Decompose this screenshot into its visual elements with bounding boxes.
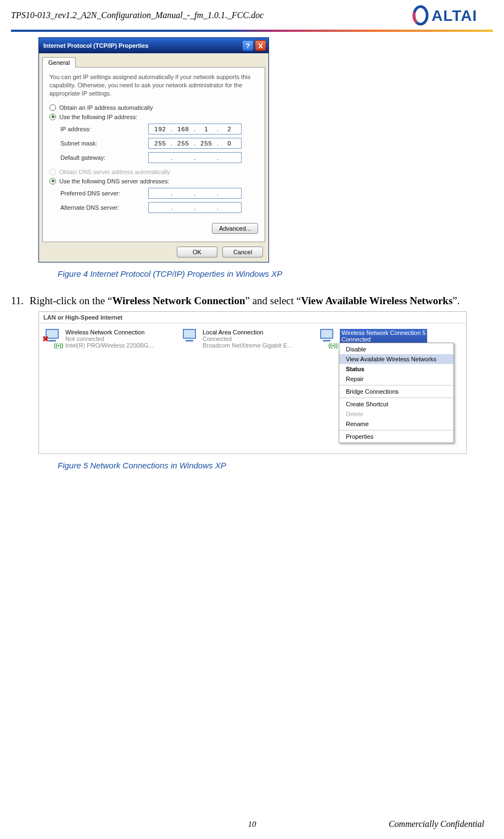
radio-obtain-ip-auto[interactable]: [49, 104, 56, 111]
figure-4-caption: Figure 4 Internet Protocol (TCP/IP) Prop…: [58, 269, 493, 278]
connection-adapter: Intel(R) PRO/Wireless 2200BG...: [65, 342, 154, 349]
connection-title: Local Area Connection: [203, 329, 292, 335]
context-menu-item[interactable]: Properties: [339, 432, 453, 441]
instr-text: ”.: [452, 295, 460, 306]
close-button[interactable]: X: [255, 40, 266, 51]
instr-bold: Wireless Network Connection: [112, 295, 245, 306]
context-menu-item[interactable]: Rename: [339, 419, 453, 429]
network-connections-window: LAN or High-Speed Internet ((•))✖Wireles…: [38, 311, 467, 454]
radio-use-following-ip-label: Use the following IP address:: [59, 114, 137, 120]
context-menu-item: Delete: [339, 409, 453, 419]
connection-text: Local Area ConnectionConnectedBroadcom N…: [203, 329, 292, 349]
context-menu-item[interactable]: Disable: [339, 344, 453, 354]
dialog-titlebar[interactable]: Internet Protocol (TCP/IP) Properties ? …: [39, 38, 268, 53]
default-gateway-input[interactable]: . . .: [148, 152, 242, 163]
subnet-mask-input[interactable]: 255. 255. 255. 0: [148, 138, 242, 149]
instr-text: ” and select “: [245, 295, 301, 306]
ip-octet[interactable]: 255: [173, 140, 193, 147]
context-menu: DisableView Available Wireless NetworksS…: [339, 343, 454, 443]
page-number: 10: [248, 820, 256, 829]
radio-use-following-dns[interactable]: [49, 178, 56, 184]
preferred-dns-label: Preferred DNS server:: [60, 190, 148, 197]
radio-obtain-ip-auto-label: Obtain an IP address automatically: [59, 104, 153, 111]
dialog-description: You can get IP settings assigned automat…: [49, 73, 258, 98]
ip-address-label: IP address:: [60, 126, 148, 132]
svg-text:ALTAI: ALTAI: [432, 7, 477, 24]
section-heading: LAN or High-Speed Internet: [39, 312, 466, 323]
subnet-mask-label: Subnet mask:: [60, 140, 148, 147]
instr-bold: View Available Wireless Networks: [301, 295, 452, 306]
tab-general[interactable]: General: [42, 57, 76, 68]
step-number: 11.: [11, 295, 30, 307]
tcpip-properties-dialog: Internet Protocol (TCP/IP) Properties ? …: [38, 37, 269, 262]
ip-octet[interactable]: 168: [173, 126, 193, 132]
cancel-button[interactable]: Cancel: [222, 247, 263, 258]
context-menu-item[interactable]: View Available Wireless Networks: [339, 354, 453, 364]
dialog-title: Internet Protocol (TCP/IP) Properties: [43, 42, 148, 49]
confidential-notice: Commercially Confidential: [389, 819, 484, 829]
ip-octet[interactable]: 255: [197, 140, 216, 147]
menu-separator: [339, 398, 453, 398]
ip-octet[interactable]: 192: [150, 126, 170, 132]
alternate-dns-label: Alternate DNS server:: [60, 204, 148, 211]
advanced-button[interactable]: Advanced...: [212, 223, 258, 234]
connection-status: Connected: [341, 336, 425, 343]
menu-separator: [339, 385, 453, 385]
radio-use-following-ip[interactable]: [49, 114, 56, 120]
wifi-connection-icon: ((•)): [318, 329, 337, 348]
context-menu-item[interactable]: Bridge Connections: [339, 387, 453, 396]
connection-item[interactable]: Local Area ConnectionConnectedBroadcom N…: [181, 329, 301, 349]
radio-use-following-dns-label: Use the following DNS server addresses:: [59, 178, 170, 184]
ip-octet[interactable]: 2: [220, 126, 239, 132]
ip-octet[interactable]: 1: [197, 126, 216, 132]
connection-title: Wireless Network Connection: [65, 329, 154, 335]
connection-status: Connected: [203, 335, 292, 342]
doc-filename: TPS10-013_rev1.2_A2N_Configuration_Manua…: [11, 10, 264, 20]
default-gateway-label: Default gateway:: [60, 154, 148, 161]
connection-item[interactable]: ((•))✖Wireless Network ConnectionNot con…: [43, 329, 164, 349]
connection-title: Wireless Network Connection 5: [341, 329, 425, 336]
help-button[interactable]: ?: [242, 40, 254, 51]
ip-octet[interactable]: 255: [150, 140, 170, 147]
connection-text: Wireless Network ConnectionNot connected…: [65, 329, 154, 349]
menu-separator: [339, 430, 453, 430]
context-menu-item[interactable]: Create Shortcut: [339, 399, 453, 409]
context-menu-item[interactable]: Status: [339, 364, 453, 374]
figure-5-caption: Figure 5 Network Connections in Windows …: [58, 461, 493, 470]
step-11-instruction: 11. Right-click on the “Wireless Network…: [11, 295, 493, 307]
wifi-connection-icon: ((•))✖: [43, 329, 62, 348]
ok-button[interactable]: OK: [177, 247, 217, 258]
instr-text: Right-click on the “: [30, 295, 112, 306]
alternate-dns-input[interactable]: . . .: [148, 202, 242, 213]
connection-adapter: Broadcom NetXtreme Gigabit E...: [203, 342, 292, 349]
ip-address-input[interactable]: 192. 168. 1. 2: [148, 124, 242, 135]
radio-obtain-dns-auto-label: Obtain DNS server address automatically: [59, 169, 170, 175]
brand-logo: ALTAI: [411, 4, 493, 26]
preferred-dns-input[interactable]: . . .: [148, 188, 242, 199]
radio-obtain-dns-auto: [49, 169, 56, 175]
connection-status: Not connected: [65, 335, 154, 342]
header-divider: [11, 30, 493, 32]
lan-connection-icon: [181, 329, 199, 348]
ip-octet[interactable]: 0: [220, 140, 239, 147]
context-menu-item[interactable]: Repair: [339, 374, 453, 384]
